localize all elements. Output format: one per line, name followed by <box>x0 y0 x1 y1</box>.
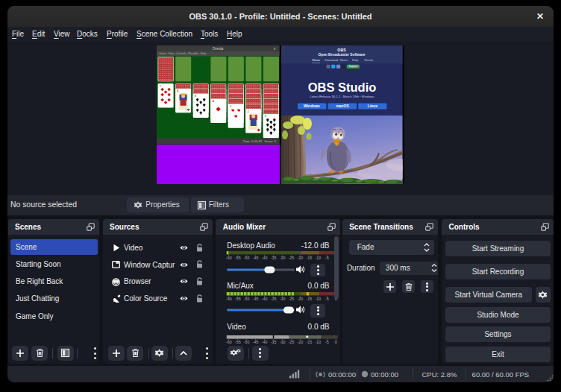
svg-text:macOS: macOS <box>336 104 349 108</box>
svg-text:-40: -40 <box>262 340 268 344</box>
svg-text:-20: -20 <box>298 256 304 260</box>
svg-text:-45: -45 <box>253 256 259 260</box>
svg-text:-5: -5 <box>325 340 329 344</box>
svg-text:0: 0 <box>335 340 337 344</box>
svg-text:Oneida: Oneida <box>213 47 224 51</box>
svg-text:Linux: Linux <box>368 104 378 108</box>
svg-text:Support: Support <box>348 65 357 68</box>
svg-text:-30: -30 <box>280 256 286 260</box>
svg-text:Help: Help <box>352 58 359 62</box>
svg-text:-25: -25 <box>289 297 295 301</box>
svg-text:-60: -60 <box>226 256 232 260</box>
svg-text:Open Broadcaster Software: Open Broadcaster Software <box>319 53 366 57</box>
svg-text:-15: -15 <box>307 297 313 301</box>
svg-text:Forum: Forum <box>364 58 373 62</box>
svg-text:-45: -45 <box>253 297 259 301</box>
svg-text:-5: -5 <box>325 256 329 260</box>
svg-text:-50: -50 <box>244 297 250 301</box>
svg-text:-20: -20 <box>298 297 304 301</box>
svg-text:-55: -55 <box>235 340 241 344</box>
svg-text:A: A <box>213 99 215 103</box>
svg-text:-60: -60 <box>226 340 232 344</box>
svg-text:-40: -40 <box>262 256 268 260</box>
svg-text:-55: -55 <box>235 297 241 301</box>
svg-text:-30: -30 <box>280 340 286 344</box>
svg-text:-35: -35 <box>271 340 277 344</box>
svg-text:Windows: Windows <box>304 104 320 108</box>
svg-text:-10: -10 <box>316 340 322 344</box>
svg-text:Time: 0:00:43 Score: 0: Time: 0:00:43 Score: 0 <box>243 139 277 143</box>
svg-text:Latest Release 30.1.2 - March: Latest Release 30.1.2 - March 19th •︎ Wi… <box>310 95 374 98</box>
svg-text:-45: -45 <box>253 340 259 344</box>
svg-text:Home: Home <box>313 58 321 62</box>
svg-text:-25: -25 <box>289 256 295 260</box>
svg-text:OBS: OBS <box>337 48 346 52</box>
svg-text:OBS Studio: OBS Studio <box>308 80 377 94</box>
svg-text:-55: -55 <box>235 256 241 260</box>
svg-text:-35: -35 <box>271 256 277 260</box>
svg-text:K: K <box>177 89 179 93</box>
svg-text:Game View Controls Klondike: Game View Controls Klondike Help <box>159 52 206 55</box>
svg-text:-5: -5 <box>325 297 329 301</box>
svg-text:J: J <box>247 110 248 113</box>
svg-text:-15: -15 <box>307 340 313 344</box>
svg-text:-30: -30 <box>280 297 286 301</box>
svg-text:-40: -40 <box>262 297 268 301</box>
svg-text:-10: -10 <box>316 297 322 301</box>
svg-text:-15: -15 <box>307 256 313 260</box>
svg-text:-60: -60 <box>226 297 232 301</box>
svg-text:News: News <box>340 58 348 62</box>
svg-text:-50: -50 <box>244 256 250 260</box>
svg-text:-35: -35 <box>271 297 277 301</box>
svg-text:-10: -10 <box>316 256 322 260</box>
svg-text:Download: Download <box>325 58 339 62</box>
svg-text:-25: -25 <box>289 340 295 344</box>
svg-text:-20: -20 <box>298 340 304 344</box>
svg-text:-50: -50 <box>244 340 250 344</box>
